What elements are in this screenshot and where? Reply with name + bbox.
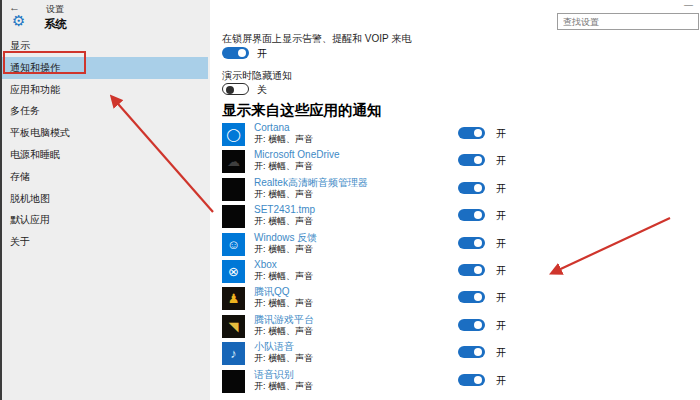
- app-row: Realtek高清晰音频管理器 开: 横幅、声音 开: [222, 177, 700, 204]
- sidebar-item[interactable]: 多任务: [2, 100, 208, 122]
- app-row: ◥ 腾讯游戏平台 开: 横幅、声音 开: [222, 314, 700, 341]
- toggle-knob: [474, 156, 482, 164]
- app-name: Microsoft OneDrive: [254, 149, 340, 161]
- sidebar-item[interactable]: 存储: [2, 166, 208, 188]
- app-name: SET2431.tmp: [254, 204, 315, 216]
- windows-feedback-icon: ☺: [222, 233, 245, 256]
- app-row: ☁ Microsoft OneDrive 开: 横幅、声音 开: [222, 149, 700, 176]
- app-row: 语音识别 开: 横幅、声音 开: [222, 369, 700, 396]
- hide-while-presenting-label: 演示时隐藏通知: [222, 69, 292, 83]
- minimize-icon[interactable]: —: [684, 0, 693, 10]
- app-toggle[interactable]: [458, 291, 485, 303]
- toggle-knob: [474, 211, 482, 219]
- app-toggle-state: 开: [496, 346, 506, 360]
- app-name: 小队语音: [254, 341, 313, 353]
- toggle-knob: [226, 86, 234, 94]
- app-toggle-state: 开: [496, 291, 506, 305]
- lockscreen-notifications-label: 在锁屏界面上显示告警、提醒和 VOIP 来电: [222, 32, 411, 46]
- app-notification-list: ◯ Cortana 开: 横幅、声音 开 ☁ Microsoft OneDriv…: [222, 122, 700, 396]
- app-detail: 开: 横幅、声音: [254, 189, 368, 200]
- sidebar-nav: 显示 通知和操作 应用和功能 多任务 平板电脑模式 电源和睡眠 存储 脱机地图 …: [2, 35, 208, 253]
- app-detail: 开: 横幅、声音: [254, 298, 313, 309]
- settings-window: ← 设置 — ⚙ 系统 显示 通知和操作 应用和功能 多任务 平板电脑模式 电源…: [0, 0, 700, 400]
- app-toggle[interactable]: [458, 127, 485, 139]
- app-toggle[interactable]: [458, 264, 485, 276]
- app-name: 语音识别: [254, 369, 313, 381]
- sidebar-item[interactable]: 应用和功能: [2, 79, 208, 101]
- team-voice-icon: ♪: [222, 342, 245, 365]
- sidebar-item[interactable]: 脱机地图: [2, 188, 208, 210]
- app-toggle-state: 开: [496, 182, 506, 196]
- app-row: ⊗ Xbox 开: 横幅、声音 开: [222, 259, 700, 286]
- xbox-icon: ⊗: [222, 260, 245, 283]
- toggle-knob: [474, 348, 482, 356]
- app-detail: 开: 横幅、声音: [254, 326, 314, 337]
- app-detail: 开: 横幅、声音: [254, 271, 313, 282]
- app-toggle[interactable]: [458, 346, 485, 358]
- app-toggle-state: 开: [496, 237, 506, 251]
- sidebar-item[interactable]: 显示: [2, 35, 208, 57]
- tencent-games-icon: ◥: [222, 315, 245, 338]
- sidebar-item[interactable]: 电源和睡眠: [2, 144, 208, 166]
- sidebar-item[interactable]: 默认应用: [2, 209, 208, 231]
- app-detail: 开: 横幅、声音: [254, 244, 317, 255]
- lockscreen-notifications-toggle[interactable]: [222, 47, 249, 59]
- onedrive-icon: ☁: [222, 150, 245, 173]
- realtek-audio-icon: [222, 178, 245, 201]
- hide-while-presenting-state: 关: [257, 83, 267, 97]
- app-row: SET2431.tmp 开: 横幅、声音 开: [222, 204, 700, 231]
- app-name: 腾讯QQ: [254, 286, 313, 298]
- hide-while-presenting-toggle[interactable]: [222, 83, 249, 95]
- app-detail: 开: 横幅、声音: [254, 216, 315, 227]
- app-name: Xbox: [254, 259, 313, 271]
- app-detail: 开: 横幅、声音: [254, 381, 313, 392]
- app-toggle[interactable]: [458, 182, 485, 194]
- app-row: ☺ Windows 反馈 开: 横幅、声音 开: [222, 232, 700, 259]
- speech-recognition-icon: [222, 370, 245, 393]
- toggle-knob: [474, 239, 482, 247]
- tencent-qq-icon: ♟: [222, 287, 245, 310]
- app-row: ♟ 腾讯QQ 开: 横幅、声音 开: [222, 286, 700, 313]
- toggle-knob: [474, 321, 482, 329]
- search-input[interactable]: [557, 13, 699, 30]
- toggle-knob: [474, 129, 482, 137]
- toggle-knob: [474, 293, 482, 301]
- app-detail: 开: 横幅、声音: [254, 134, 313, 145]
- app-row: ♪ 小队语音 开: 横幅、声音 开: [222, 341, 700, 368]
- app-name: Windows 反馈: [254, 232, 317, 244]
- app-toggle[interactable]: [458, 374, 485, 386]
- app-toggle[interactable]: [458, 154, 485, 166]
- cortana-icon: ◯: [222, 123, 245, 146]
- app-toggle-state: 开: [496, 264, 506, 278]
- toggle-knob: [474, 376, 482, 384]
- app-toggle[interactable]: [458, 237, 485, 249]
- app-toggle-state: 开: [496, 374, 506, 388]
- toggle-knob: [474, 184, 482, 192]
- app-toggle[interactable]: [458, 319, 485, 331]
- app-toggle-state: 开: [496, 319, 506, 333]
- app-detail: 开: 横幅、声音: [254, 161, 340, 172]
- app-toggle[interactable]: [458, 209, 485, 221]
- app-detail: 开: 横幅、声音: [254, 353, 313, 364]
- app-name: 腾讯游戏平台: [254, 314, 314, 326]
- sidebar-item[interactable]: 通知和操作: [2, 57, 208, 79]
- app-title: 设置: [46, 3, 64, 16]
- app-toggle-state: 开: [496, 209, 506, 223]
- page-title: 系统: [44, 17, 67, 32]
- toggle-knob: [474, 266, 482, 274]
- lockscreen-notifications-state: 开: [257, 47, 267, 61]
- gear-icon: ⚙: [12, 13, 25, 28]
- app-toggle-state: 开: [496, 154, 506, 168]
- sidebar-item[interactable]: 关于: [2, 231, 208, 253]
- app-toggle-state: 开: [496, 127, 506, 141]
- sidebar-item[interactable]: 平板电脑模式: [2, 122, 208, 144]
- app-name: Realtek高清晰音频管理器: [254, 177, 368, 189]
- tmp-file-icon: [222, 205, 245, 228]
- apps-section-title: 显示来自这些应用的通知: [222, 101, 382, 120]
- toggle-knob: [238, 49, 246, 57]
- app-row: ◯ Cortana 开: 横幅、声音 开: [222, 122, 700, 149]
- app-name: Cortana: [254, 122, 313, 134]
